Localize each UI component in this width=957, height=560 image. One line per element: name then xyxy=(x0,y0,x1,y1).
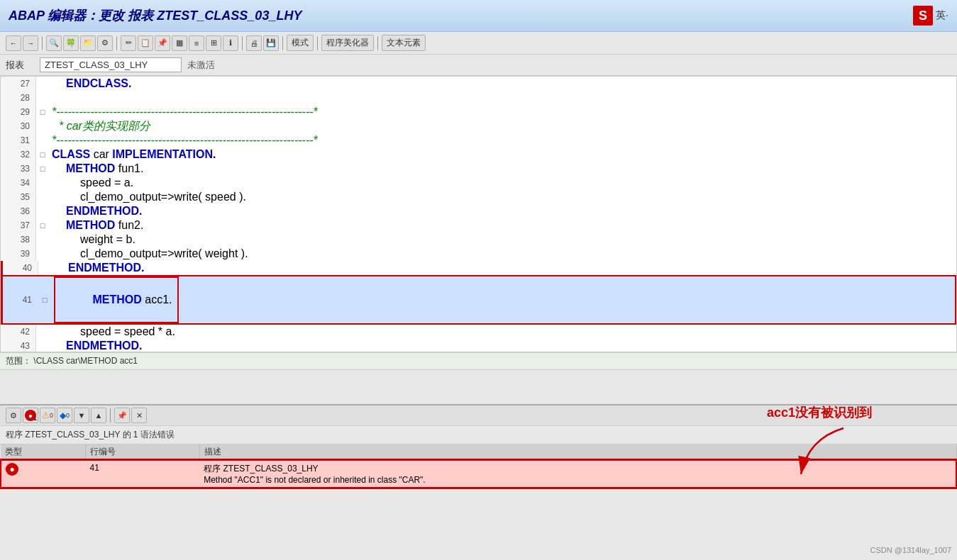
expand-43 xyxy=(36,339,49,352)
code-line-40: 40 ENDMETHOD. xyxy=(1,261,956,275)
bottom-btn-info[interactable]: ◆ 0 xyxy=(57,408,72,423)
title-program: ZTEST_CLASS_03_LHY xyxy=(157,9,302,23)
separator-2 xyxy=(116,36,117,50)
bottom-btn-pin[interactable]: 📌 xyxy=(114,408,130,423)
error-type-cell: ● xyxy=(1,460,86,488)
table-button[interactable]: ▦ xyxy=(172,35,187,51)
expand-42 xyxy=(36,325,49,339)
col-type: 类型 xyxy=(1,444,86,460)
line-content-31: *---------------------------------------… xyxy=(49,133,956,147)
expand-41[interactable]: □ xyxy=(38,276,51,323)
text-elements-button[interactable]: 文本元素 xyxy=(382,35,426,51)
line-num-33: 33 xyxy=(1,162,36,176)
bottom-btn-warning[interactable]: ⚠ 0 xyxy=(40,408,55,423)
btn2[interactable]: 🍀 xyxy=(63,35,79,51)
line-num-37: 37 xyxy=(1,218,36,233)
save-button[interactable]: 💾 xyxy=(263,35,279,51)
paste-button[interactable]: 📌 xyxy=(155,35,170,51)
forward-button[interactable]: → xyxy=(23,35,38,51)
scope-bar: 范围： \CLASS car\METHOD acc1 xyxy=(0,352,957,370)
logo-s-icon: S xyxy=(913,6,933,26)
bottom-toolbar: ⚙ ● 1 ⚠ 0 ◆ 0 ▼ ▲ 📌 ✕ xyxy=(0,405,957,426)
bottom-btn-1[interactable]: ⚙ xyxy=(6,408,21,423)
logo-lang: 英· xyxy=(936,9,948,22)
expand-33[interactable]: □ xyxy=(36,162,49,176)
code-line-37: 37 □ METHOD fun2. xyxy=(1,218,956,233)
expand-30 xyxy=(36,119,49,133)
copy-button[interactable]: 📋 xyxy=(138,35,153,51)
expand-34 xyxy=(36,176,49,190)
code-line-30: 30 * car类的实现部分 xyxy=(1,119,956,133)
line-num-30: 30 xyxy=(1,119,36,133)
separator-1 xyxy=(42,36,43,50)
error-row-1[interactable]: ● 41 程序 ZTEST_CLASS_03_LHY Method "ACC1"… xyxy=(1,460,956,488)
report-name-field[interactable]: ZTEST_CLASS_03_LHY xyxy=(40,57,182,72)
line-num-35: 35 xyxy=(1,190,36,204)
code-line-35: 35 cl_demo_output=>write( speed ). xyxy=(1,190,956,204)
col-line: 行编号 xyxy=(86,444,200,460)
bottom-btn-filter[interactable]: ▼ xyxy=(74,408,89,423)
title-bar: ABAP 编辑器：更改 报表 ZTEST_CLASS_03_LHY S 英· xyxy=(0,0,957,32)
expand-36 xyxy=(36,204,49,218)
search-button[interactable]: 🔍 xyxy=(46,35,62,51)
mode-button[interactable]: 模式 xyxy=(287,35,314,51)
expand-32[interactable]: □ xyxy=(36,147,49,162)
error-line-cell: 41 xyxy=(86,460,200,488)
code-line-39: 39 cl_demo_output=>write( weight ). xyxy=(1,247,956,261)
line-num-36: 36 xyxy=(1,204,36,218)
bottom-panel: ⚙ ● 1 ⚠ 0 ◆ 0 ▼ ▲ 📌 ✕ 程序 ZTEST_CLASS_03_… xyxy=(0,404,957,560)
line-content-41: METHOD acc1. xyxy=(51,276,955,323)
line-num-42: 42 xyxy=(1,325,36,339)
expand-31 xyxy=(36,133,49,147)
code-line-41: 41 □ METHOD acc1. xyxy=(1,275,956,325)
col-desc: 描述 xyxy=(199,444,956,460)
code-line-33: 33 □ METHOD fun1. xyxy=(1,162,956,176)
line-content-42: speed = speed * a. xyxy=(49,325,956,339)
code-line-43: 43 ENDMETHOD. xyxy=(1,339,956,352)
error-message: Method "ACC1" is not declared or inherit… xyxy=(204,475,951,485)
report-status: 未激活 xyxy=(187,59,215,72)
line-content-29: *---------------------------------------… xyxy=(49,105,956,119)
beautify-button[interactable]: 程序美化器 xyxy=(321,35,374,51)
separator-4 xyxy=(282,36,283,50)
bottom-btn-close[interactable]: ✕ xyxy=(131,408,147,423)
line-content-35: cl_demo_output=>write( speed ). xyxy=(49,190,956,204)
report-label: 报表 xyxy=(6,59,34,72)
btn3[interactable]: 📁 xyxy=(80,35,96,51)
grid-button[interactable]: ⊞ xyxy=(206,35,221,51)
expand-29[interactable]: □ xyxy=(36,105,49,119)
back-button[interactable]: ← xyxy=(6,35,21,51)
code-editor[interactable]: 27 ENDCLASS. 28 29 □ *------------------… xyxy=(0,76,957,352)
error-table: 类型 行编号 描述 ● 41 程序 ZTEST_CLASS_03_LHY Met… xyxy=(0,444,957,488)
info-button[interactable]: ℹ xyxy=(223,35,238,51)
title-prefix: ABAP 编辑器：更改 报表 xyxy=(9,9,157,23)
code-line-28: 28 xyxy=(1,91,956,105)
code-line-34: 34 speed = a. xyxy=(1,176,956,190)
line-num-43: 43 xyxy=(1,339,36,352)
expand-27[interactable] xyxy=(36,77,49,91)
title-text: ABAP 编辑器：更改 报表 ZTEST_CLASS_03_LHY xyxy=(9,7,302,24)
code-line-36: 36 ENDMETHOD. xyxy=(1,204,956,218)
print-button[interactable]: 🖨 xyxy=(246,35,262,51)
bottom-btn-error[interactable]: ● 1 xyxy=(23,408,38,423)
line-content-37: METHOD fun2. xyxy=(49,218,956,233)
line-num-38: 38 xyxy=(1,233,36,247)
line-num-29: 29 xyxy=(1,105,36,119)
code-line-42: 42 speed = speed * a. xyxy=(1,325,956,339)
bottom-btn-filter2[interactable]: ▲ xyxy=(91,408,106,423)
line-num-41: 41 xyxy=(3,276,38,323)
line-content-30: * car类的实现部分 xyxy=(49,119,956,133)
line-content-38: weight = b. xyxy=(49,233,956,247)
btn4[interactable]: ⚙ xyxy=(97,35,113,51)
expand-37[interactable]: □ xyxy=(36,218,49,233)
separator-6 xyxy=(377,36,378,50)
code-line-29: 29 □ *----------------------------------… xyxy=(1,105,956,119)
separator-5 xyxy=(317,36,318,50)
code-scroll-area[interactable]: 27 ENDCLASS. 28 29 □ *------------------… xyxy=(1,77,956,352)
line-num-40: 40 xyxy=(3,261,38,275)
line-num-32: 32 xyxy=(1,147,36,162)
line-num-28: 28 xyxy=(1,91,36,105)
list-button[interactable]: ≡ xyxy=(189,35,204,51)
expand-38 xyxy=(36,233,49,247)
edit-button[interactable]: ✏ xyxy=(121,35,136,51)
